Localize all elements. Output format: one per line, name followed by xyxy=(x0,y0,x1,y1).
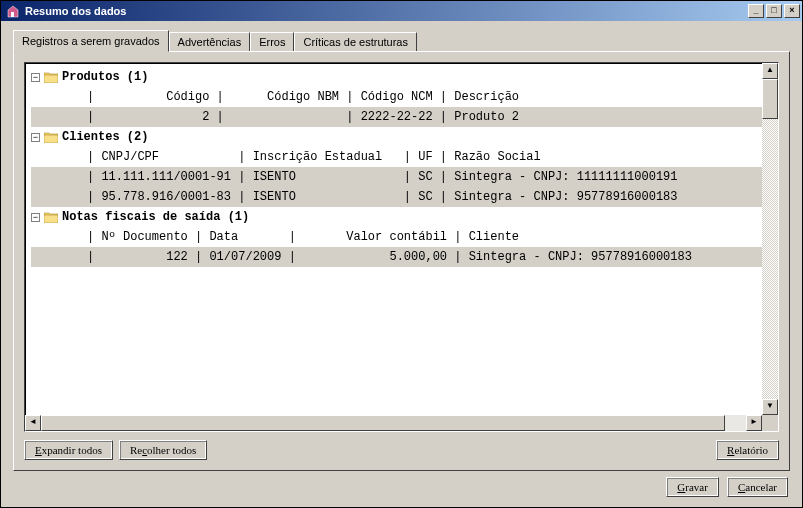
horizontal-scrollbar[interactable]: ◄ ► xyxy=(25,415,762,431)
scroll-up-button[interactable]: ▲ xyxy=(762,63,778,79)
tab-erros[interactable]: Erros xyxy=(250,32,294,51)
svg-rect-0 xyxy=(11,12,14,17)
tree-data-row: | 11.111.111/0001-91 | ISENTO | SC | Sin… xyxy=(31,167,762,187)
scroll-down-button[interactable]: ▼ xyxy=(762,399,778,415)
collapse-icon[interactable]: − xyxy=(31,73,40,82)
save-button[interactable]: Gravar xyxy=(666,477,719,497)
report-button[interactable]: Relatório xyxy=(716,440,779,460)
collapse-icon[interactable]: − xyxy=(31,133,40,142)
tree-view: −Produtos (1)| Código | Código NBM | Cód… xyxy=(24,62,779,432)
cancel-button[interactable]: Cancelar xyxy=(727,477,788,497)
tab-panel: −Produtos (1)| Código | Código NBM | Cód… xyxy=(13,51,790,471)
tree-header-row: | Nº Documento | Data | Valor contábil |… xyxy=(31,227,762,247)
tree-data-row: | 95.778.916/0001-83 | ISENTO | SC | Sin… xyxy=(31,187,762,207)
tree-header-row: | CNPJ/CPF | Inscrição Estadual | UF | R… xyxy=(31,147,762,167)
tree-header-row: | Código | Código NBM | Código NCM | Des… xyxy=(31,87,762,107)
tree-section-title[interactable]: −Clientes (2) xyxy=(31,127,762,147)
scroll-right-button[interactable]: ► xyxy=(746,415,762,431)
main-window: Resumo dos dados _ □ × Registros a serem… xyxy=(0,0,803,508)
scroll-left-button[interactable]: ◄ xyxy=(25,415,41,431)
tree-section-title[interactable]: −Produtos (1) xyxy=(31,67,762,87)
collapse-all-button[interactable]: Recolher todos xyxy=(119,440,207,460)
tab-bar: Registros a serem gravados Advertências … xyxy=(13,31,790,51)
tree-data-row: | 2 | | 2222-22-22 | Produto 2 xyxy=(31,107,762,127)
collapse-icon[interactable]: − xyxy=(31,213,40,222)
vertical-scrollbar[interactable]: ▲ ▼ xyxy=(762,63,778,415)
close-button[interactable]: × xyxy=(784,4,800,18)
tab-advertencias[interactable]: Advertências xyxy=(169,32,251,51)
app-icon xyxy=(5,3,21,19)
scrollbar-corner xyxy=(762,415,778,431)
tab-registros[interactable]: Registros a serem gravados xyxy=(13,30,169,52)
minimize-button[interactable]: _ xyxy=(748,4,764,18)
window-title: Resumo dos dados xyxy=(25,5,746,17)
maximize-button[interactable]: □ xyxy=(766,4,782,18)
titlebar: Resumo dos dados _ □ × xyxy=(1,1,802,21)
tab-criticas[interactable]: Críticas de estruturas xyxy=(294,32,417,51)
tree-data-row: | 122 | 01/07/2009 | 5.000,00 | Sintegra… xyxy=(31,247,762,267)
expand-all-button[interactable]: Expandir todos xyxy=(24,440,113,460)
tree-section-title[interactable]: −Notas fiscais de saída (1) xyxy=(31,207,762,227)
